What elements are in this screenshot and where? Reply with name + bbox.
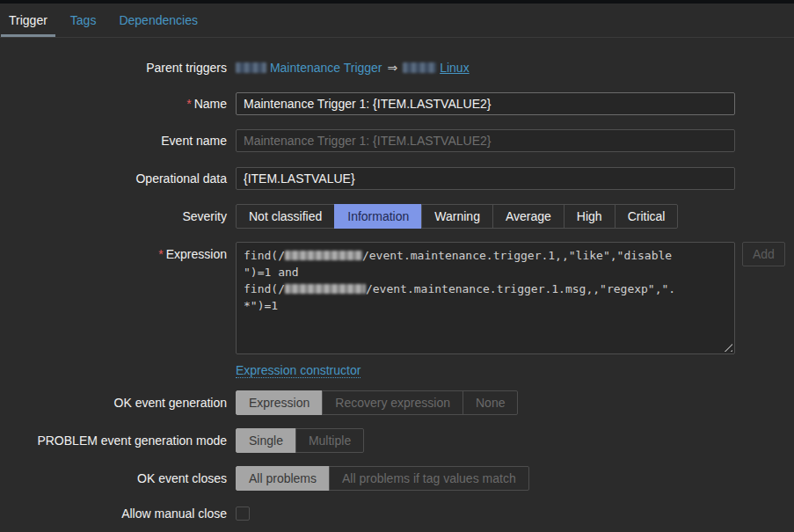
problem-mode-multiple[interactable]: Multiple [295,428,364,453]
expression-constructor-link[interactable]: Expression constructor [236,363,361,378]
problem-mode-group: Single Multiple [236,428,364,453]
required-asterisk: * [158,247,163,261]
severity-average[interactable]: Average [492,204,565,229]
expression-label: *Expression [0,242,227,261]
ok-gen-recovery-expression[interactable]: Recovery expression [322,390,463,415]
row-ok-event-generation: OK event generation Expression Recovery … [0,390,794,415]
ok-event-closes-label: OK event closes [0,471,227,485]
severity-label: Severity [0,209,227,223]
severity-high[interactable]: High [564,204,616,229]
required-asterisk: * [186,97,191,111]
row-event-name: Event name [0,129,794,152]
problem-event-generation-mode-label: PROBLEM event generation mode [0,434,227,448]
severity-warning[interactable]: Warning [421,204,493,229]
name-input[interactable] [236,92,735,115]
arrow-separator: ⇒ [388,61,398,75]
tab-trigger[interactable]: Trigger [1,4,55,37]
ok-event-closes-group: All problems All problems if tag values … [236,466,529,491]
row-ok-event-closes: OK event closes All problems All problem… [0,466,794,491]
redacted-host-prefix-2 [403,62,436,73]
parent-host-link[interactable]: Linux [440,61,469,75]
expression-line: find(//event.maintenance.trigger.1.msg,,… [244,281,727,297]
severity-critical[interactable]: Critical [615,204,679,229]
severity-not-classified[interactable]: Not classified [236,204,335,229]
name-label: *Name [0,97,227,111]
row-parent-triggers: Parent triggers Maintenance Trigger ⇒ Li… [0,61,794,75]
redacted-hostname [285,251,362,260]
tabbar: Trigger Tags Dependencies [0,4,794,38]
parent-triggers-label: Parent triggers [0,61,227,75]
problem-mode-single[interactable]: Single [236,428,296,453]
ok-gen-none[interactable]: None [463,390,518,415]
tab-dependencies[interactable]: Dependencies [111,4,206,37]
ok-event-generation-group: Expression Recovery expression None [236,390,518,415]
redacted-hostname [285,284,366,294]
closes-all-problems[interactable]: All problems [236,466,330,491]
expression-line: find(//event.maintenance.trigger.1,,"lik… [244,247,727,264]
redacted-host-prefix [236,62,266,73]
row-operational-data: Operational data [0,167,794,190]
trigger-form: Parent triggers Maintenance Trigger ⇒ Li… [0,38,794,521]
textarea-resize-handle[interactable] [723,342,732,352]
ok-gen-expression[interactable]: Expression [236,390,323,415]
expression-textarea[interactable]: find(//event.maintenance.trigger.1,,"lik… [236,242,735,354]
row-expression: *Expression find(//event.maintenance.tri… [0,242,794,354]
operational-data-input[interactable] [236,167,735,190]
event-name-input[interactable] [236,129,735,152]
row-allow-manual-close: Allow manual close [0,506,794,521]
allow-manual-close-label: Allow manual close [0,506,227,521]
row-expression-constructor: Expression constructor [0,363,794,378]
operational-data-label: Operational data [0,171,227,186]
event-name-label: Event name [0,134,227,148]
add-expression-button[interactable]: Add [742,242,785,266]
closes-all-problems-if-tag-match[interactable]: All problems if tag values match [329,466,529,491]
ok-event-generation-label: OK event generation [0,396,227,410]
expression-line: ")=1 and [244,264,727,281]
allow-manual-close-checkbox[interactable] [236,506,250,521]
tab-tags[interactable]: Tags [62,4,105,37]
row-name: *Name [0,92,794,115]
expression-line: *")=1 [244,297,727,314]
row-severity: Severity Not classified Information Warn… [0,204,794,229]
parent-trigger-link[interactable]: Maintenance Trigger [270,61,382,75]
severity-information[interactable]: Information [334,204,422,229]
row-problem-event-generation-mode: PROBLEM event generation mode Single Mul… [0,428,794,453]
severity-radio-group: Not classified Information Warning Avera… [236,204,678,229]
